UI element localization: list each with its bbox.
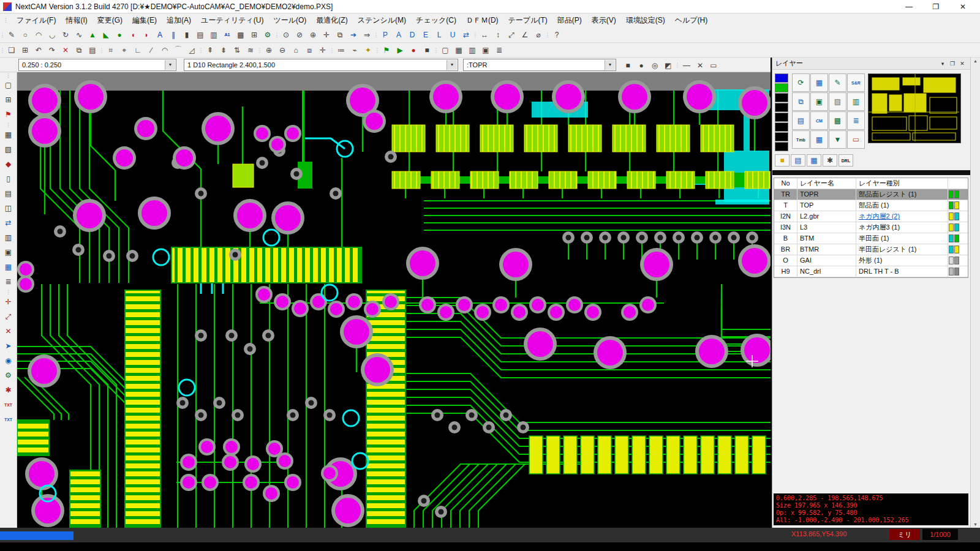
monitor-icon[interactable]: ▢	[439, 43, 452, 56]
char-grid-icon[interactable]: ⊞	[247, 28, 261, 41]
txt-red-icon[interactable]: TXT	[1, 397, 16, 412]
io-blue-icon[interactable]: ⇄	[1, 216, 16, 230]
layer-thumbnail[interactable]	[868, 73, 961, 143]
page-p-icon[interactable]: P	[379, 28, 392, 41]
pie-red2-icon[interactable]: ◗	[140, 28, 153, 41]
layer-row-I3N[interactable]: I3NL3ネガ内層3 (1)	[774, 222, 968, 233]
select-add-icon[interactable]: ⊕	[306, 28, 320, 41]
block-grid-icon[interactable]: ▩	[234, 28, 247, 41]
menu-item-12[interactable]: 部品(P)	[552, 15, 587, 26]
deselect-icon[interactable]: ⊘	[293, 28, 306, 41]
txt-blue-icon[interactable]: TXT	[1, 412, 16, 427]
lock-icon[interactable]: ■	[775, 154, 790, 167]
scroll-up-icon[interactable]: ▲	[973, 59, 978, 63]
output-icon[interactable]: ▣	[479, 43, 492, 56]
layer-color-chip[interactable]	[949, 268, 954, 276]
chevron-down-icon[interactable]: ▼	[165, 60, 175, 70]
units-indicator[interactable]: ミリ	[889, 529, 920, 540]
measure-x-icon[interactable]: ↔	[478, 28, 491, 41]
chevron-down-icon[interactable]: ▼	[447, 60, 457, 70]
layer-color-chip[interactable]	[954, 190, 959, 198]
target-icon[interactable]: ◉	[1, 353, 16, 368]
pie-red-icon[interactable]: ◖	[126, 28, 140, 41]
grid-blue-icon[interactable]: ▦	[1, 260, 16, 274]
pad-half-icon[interactable]: ◩	[662, 59, 675, 72]
zoom-area-icon[interactable]: ⊞	[1, 92, 16, 107]
layer-swatch-6[interactable]	[775, 132, 788, 141]
menu-item-0[interactable]: ファイル(F)	[12, 15, 61, 26]
menu-item-13[interactable]: 表示(V)	[587, 15, 621, 26]
layer-copy-icon[interactable]: ⧉	[792, 92, 810, 111]
page-u-icon[interactable]: U	[446, 28, 459, 41]
page-e-icon[interactable]: E	[419, 28, 432, 41]
diag45-icon[interactable]: ∕	[145, 43, 158, 56]
panel-close-icon[interactable]: ✕	[957, 59, 967, 68]
draw-curve-icon[interactable]: ∿	[72, 28, 86, 41]
net-mode-icon[interactable]: ⌁	[348, 43, 361, 56]
layers-panel-header[interactable]: レイヤー ▾❐✕	[772, 58, 970, 70]
page-d-icon[interactable]: D	[405, 28, 419, 41]
layer-row-T[interactable]: TTOP部品面 (1)	[774, 200, 968, 211]
drl-icon[interactable]: DRL	[839, 154, 853, 167]
layer-row-I2N[interactable]: I2NL2.gbrネガ内層2 (2)	[774, 211, 968, 222]
draw-line-icon[interactable]: ✎	[5, 28, 18, 41]
erase-icon[interactable]: ✕	[59, 43, 72, 56]
cm-icon[interactable]: CM	[810, 111, 828, 130]
layer-fill-icon[interactable]: ▣	[810, 92, 828, 111]
layer-row-BR[interactable]: BRBTMR半田面レジスト (1)	[774, 244, 968, 255]
frame-rect-icon[interactable]: ▭	[707, 59, 720, 72]
tool-del-icon[interactable]: ✕	[1, 324, 16, 339]
help-icon[interactable]: ?	[550, 28, 564, 41]
paste-icon[interactable]: ▤	[86, 43, 99, 56]
layer-row-TR[interactable]: TRTOPR部品面レジスト (1)	[774, 189, 968, 200]
layer-swatch-7[interactable]	[775, 142, 788, 151]
stop-icon[interactable]: ■	[420, 43, 434, 56]
layer-color-chip[interactable]	[954, 201, 959, 209]
table-color-icon[interactable]: ▩	[829, 111, 846, 130]
zoom-in-icon[interactable]: ⊕	[262, 43, 276, 56]
dim-a1-icon[interactable]: A1	[221, 28, 234, 41]
layer-color-chip[interactable]	[954, 212, 959, 220]
up-layer-icon[interactable]: ⇞	[203, 43, 217, 56]
table-view-icon[interactable]: ▦	[452, 43, 466, 56]
layer-color-chip[interactable]	[949, 223, 954, 231]
copy2-icon[interactable]: ⧉	[72, 43, 86, 56]
layer-color-chip[interactable]	[954, 257, 959, 264]
step-repeat-icon[interactable]: S&R	[847, 73, 865, 92]
doc-icon[interactable]: ▯	[1, 171, 16, 186]
pcb-viewport[interactable]	[17, 72, 771, 528]
layer-swatch-1[interactable]	[775, 83, 788, 92]
draw-rotate-icon[interactable]: ↻	[59, 28, 72, 41]
measure-xy-icon[interactable]: ⤢	[505, 28, 518, 41]
rect-fill-icon[interactable]: ▮	[180, 28, 194, 41]
menu-item-15[interactable]: ヘルプ(H)	[670, 15, 713, 26]
menu-item-11[interactable]: テーブル(T)	[503, 15, 552, 26]
check-dd-icon[interactable]: ▼	[829, 130, 846, 149]
save-film-icon[interactable]: ▧	[1, 142, 16, 157]
snap-grid-icon[interactable]: ⌗	[104, 43, 118, 56]
run-icon[interactable]: ▶	[393, 43, 407, 56]
layer-color-chip[interactable]	[949, 190, 954, 198]
layer-color-chip[interactable]	[949, 212, 954, 220]
hatch-icon[interactable]: ▤	[194, 28, 207, 41]
measure-dia-icon[interactable]: ⌀	[532, 28, 545, 41]
layer-color-chip[interactable]	[954, 234, 959, 242]
menu-item-6[interactable]: ツール(O)	[268, 15, 311, 26]
panel-scrollbar[interactable]: ▲ ▼	[970, 58, 980, 528]
tmb-icon[interactable]: Tmb	[792, 130, 810, 149]
list-view-icon[interactable]: ≣	[492, 43, 506, 56]
menu-item-7[interactable]: 最適化(Z)	[311, 15, 352, 26]
layer-color-chip[interactable]	[954, 223, 959, 231]
table-b-icon[interactable]: ▦	[810, 130, 828, 149]
text-tool-icon[interactable]: A	[153, 28, 167, 41]
minimize-icon[interactable]: —	[895, 0, 922, 13]
close-icon[interactable]: ✕	[949, 0, 976, 13]
dcode-combo[interactable]: 1 D10 Rectangle 2.400,1.500 ▼	[184, 59, 458, 71]
dcode-list-icon[interactable]: ≔	[334, 43, 348, 56]
ortho-icon[interactable]: ∟	[131, 43, 145, 56]
spray-red-icon[interactable]: ✱	[1, 383, 16, 397]
menu-item-8[interactable]: ステンシル(M)	[353, 15, 411, 26]
snap-point-icon[interactable]: ⌖	[118, 43, 131, 56]
menu-item-9[interactable]: チェック(C)	[411, 15, 461, 26]
frame-new-icon[interactable]: ❏	[5, 43, 18, 56]
